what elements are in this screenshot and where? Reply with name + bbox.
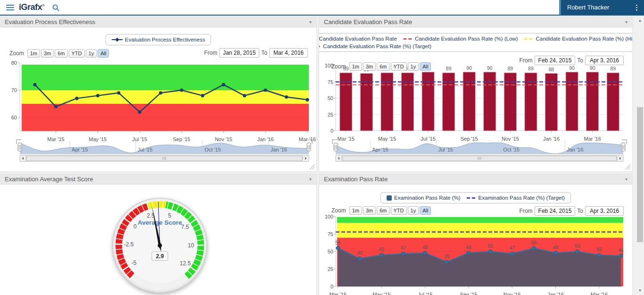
svg-text:Jul '15: Jul '15 (132, 136, 147, 142)
svg-text:35: 35 (444, 253, 450, 259)
svg-text:5: 5 (168, 212, 172, 219)
legend-label: Evaluation Process Effectiveness (125, 37, 205, 42)
svg-text:Mar '16: Mar '16 (591, 292, 608, 295)
user-menu[interactable]: Robert Thacker ⋮ (559, 0, 644, 15)
zoom-button-all[interactable]: All (98, 49, 109, 58)
legend-label: Candidate Evaluation Pass Rate (%) (High… (536, 36, 632, 42)
from-label: From (204, 50, 217, 56)
legend-label: Candidate Evaluation Pass Rate (319, 36, 397, 42)
zoom-button-6m[interactable]: 6m (377, 62, 389, 71)
legend-label: Candidate Evaluation Pass Rate (%) (Low) (415, 36, 518, 42)
svg-text:40: 40 (357, 250, 363, 256)
svg-text:7.5: 7.5 (181, 224, 189, 230)
zoom-button-6m[interactable]: 6m (377, 206, 389, 215)
panel-header[interactable]: Candidate Evaluation Pass Rate ▾ (319, 17, 632, 27)
legend-item[interactable]: Evaluation Process Effectiveness (111, 37, 205, 42)
to-label: To (577, 208, 583, 214)
gauge-title: Average Score (138, 219, 182, 226)
page-scrollbar-thumb[interactable] (637, 107, 643, 242)
zoom-label: Zoom (331, 63, 346, 70)
navigator-handle-left[interactable] (334, 143, 338, 151)
svg-text:Mar '15: Mar '15 (47, 136, 64, 142)
legend-label: Examination Pass Rate (%) (394, 195, 461, 201)
legend-item[interactable]: Examination Pass Rate (%) (387, 195, 461, 201)
legend-square-marker (387, 195, 392, 201)
zoom-button-1m[interactable]: 1m (349, 62, 362, 71)
date-range-controls: FromFeb 24, 2015ToApr 3, 2016 (520, 206, 626, 216)
navigator-handle-right[interactable] (621, 143, 625, 151)
kebab-menu-icon[interactable]: ⋮ (633, 0, 640, 15)
scroll-up-icon[interactable]: ▲ (636, 17, 644, 24)
zoom-button-ytd[interactable]: YTD (69, 49, 85, 58)
legend-item[interactable]: Candidate Evaluation Pass Rate (%) (High… (524, 36, 632, 42)
legend-item[interactable]: Examination Pass Rate (%) (Target) (467, 195, 565, 201)
app-logo[interactable]: iGrafx® (19, 2, 44, 12)
panel-header[interactable]: Examination Average Test Score ▾ (0, 174, 316, 185)
svg-text:Sep '15: Sep '15 (461, 136, 478, 142)
zoom-button-1m[interactable]: 1m (27, 49, 40, 58)
svg-text:25: 25 (328, 266, 333, 272)
from-date-input[interactable]: Feb 24, 2015 (535, 56, 576, 65)
svg-text:10: 10 (188, 242, 194, 249)
svg-text:48: 48 (553, 244, 559, 250)
zoom-button-all[interactable]: All (420, 206, 431, 215)
zoom-button-6m[interactable]: 6m (55, 49, 67, 58)
legend-item[interactable]: Candidate Evaluation Pass Rate (%) (Low) (403, 36, 518, 42)
zoom-button-1m[interactable]: 1m (349, 206, 362, 215)
chevron-down-icon[interactable]: ▾ (309, 174, 312, 184)
zoom-button-1y[interactable]: 1y (86, 49, 97, 58)
page-scrollbar[interactable]: ▲ ▼ (636, 17, 644, 295)
svg-text:88: 88 (549, 67, 554, 72)
zoom-button-1y[interactable]: 1y (408, 62, 419, 71)
legend-dash-marker (524, 38, 534, 40)
legend-item[interactable]: Candidate Evaluation Pass Rate (%) (Targ… (319, 43, 431, 49)
svg-text:0: 0 (133, 223, 137, 230)
zoom-button-1y[interactable]: 1y (408, 206, 419, 215)
panel-header[interactable]: Evaluation Process Effectiveness ▾ (0, 17, 316, 27)
to-date-input[interactable]: Mar 4, 2016 (269, 48, 308, 58)
average-test-score-gauge: -5-2.502.557.51012.5Average Score2.9 (0, 185, 316, 295)
zoom-button-3m[interactable]: 3m (41, 49, 54, 58)
legend-label: Candidate Evaluation Pass Rate (%) (Targ… (323, 43, 431, 49)
chevron-down-icon[interactable]: ▾ (625, 174, 627, 184)
svg-text:Jul '15: Jul '15 (421, 136, 435, 142)
svg-text:Jan '16: Jan '16 (543, 136, 560, 142)
navigator-handle-right[interactable] (307, 143, 311, 151)
panel-header[interactable]: Examination Pass Rate ▾ (319, 174, 632, 185)
legend-item[interactable]: Candidate Evaluation Pass Rate (319, 36, 397, 42)
svg-text:48: 48 (422, 244, 428, 250)
from-date-input[interactable]: Jan 28, 2015 (219, 48, 259, 58)
zoom-label: Zoom (9, 50, 24, 57)
to-date-input[interactable]: Apr 3, 2016 (585, 206, 624, 216)
zoom-range-buttons: Zoom1m3m6mYTD1yAll (331, 62, 431, 71)
from-date-input[interactable]: Feb 24, 2015 (535, 206, 576, 216)
svg-text:47: 47 (401, 245, 406, 251)
chevron-down-icon[interactable]: ▾ (309, 17, 312, 27)
svg-text:47: 47 (509, 245, 515, 251)
zoom-range-buttons: Zoom1m3m6mYTD1yAll (9, 49, 109, 58)
svg-text:Jan '16: Jan '16 (567, 147, 583, 152)
search-icon[interactable] (52, 4, 60, 14)
legend-label: Examination Pass Rate (%) (Target) (479, 195, 565, 201)
zoom-button-3m[interactable]: 3m (363, 62, 376, 71)
svg-text:Sep '15: Sep '15 (173, 136, 190, 142)
zoom-button-3m[interactable]: 3m (363, 206, 376, 215)
panel-title: Candidate Evaluation Pass Rate (324, 18, 412, 25)
panel-candidate-evaluation-pass-rate: Candidate Evaluation Pass Rate ▾ 0255075… (319, 17, 632, 171)
zoom-button-ytd[interactable]: YTD (391, 62, 407, 71)
hamburger-menu-icon[interactable] (6, 5, 14, 10)
svg-text:45: 45 (379, 246, 384, 252)
svg-text:Mar '15: Mar '15 (338, 136, 355, 142)
scroll-down-icon[interactable]: ▼ (636, 287, 644, 294)
legend-line-marker (111, 37, 123, 42)
svg-text:90: 90 (487, 65, 493, 71)
svg-text:0: 0 (330, 128, 333, 134)
to-date-input[interactable]: Apr 3, 2016 (585, 56, 624, 65)
navigator-handle-left[interactable] (18, 143, 22, 151)
panel-title: Examination Pass Rate (324, 176, 388, 183)
zoom-button-all[interactable]: All (420, 62, 431, 71)
chevron-down-icon[interactable]: ▾ (625, 17, 627, 27)
svg-text:May '15: May '15 (378, 136, 396, 142)
zoom-button-ytd[interactable]: YTD (391, 206, 407, 215)
logo-registered-mark: ® (42, 3, 44, 8)
